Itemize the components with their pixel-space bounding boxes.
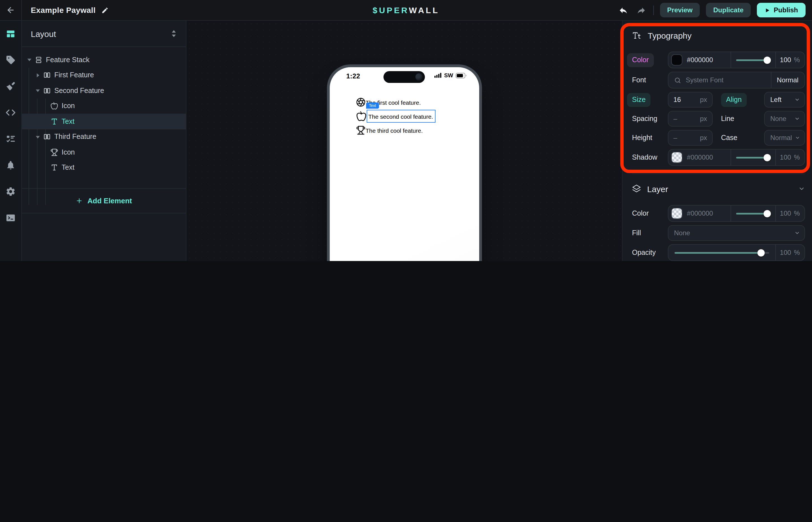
spacing-label: Spacing: [632, 115, 668, 123]
typography-color-percent-field[interactable]: 100 %: [775, 52, 804, 68]
layer-color-hex-field[interactable]: #000000: [668, 205, 730, 221]
duplicate-button[interactable]: Duplicate: [706, 3, 751, 17]
tag-icon[interactable]: [6, 55, 16, 65]
status-time: 1:22: [346, 72, 360, 80]
letter-spacing-input[interactable]: – px: [668, 111, 713, 126]
fill-dropdown[interactable]: None: [668, 225, 805, 241]
tree-item-text[interactable]: Text: [22, 160, 186, 175]
chevron-down-icon: [795, 135, 800, 141]
publish-button[interactable]: Publish: [757, 3, 805, 17]
font-size-input[interactable]: 16 px: [668, 92, 713, 107]
back-button[interactable]: [0, 0, 22, 20]
tree-item-text-selected[interactable]: Text: [22, 114, 186, 129]
collapse-section-icon[interactable]: [798, 185, 805, 192]
trophy-icon: [356, 125, 366, 135]
typography-color-opacity-slider[interactable]: [736, 56, 770, 64]
layers-icon: [632, 184, 641, 193]
chevron-down-icon: [794, 97, 800, 102]
tree-item-icon[interactable]: Icon: [22, 98, 186, 114]
checklist-icon[interactable]: [6, 134, 16, 144]
shadow-opacity-slider[interactable]: [736, 154, 770, 161]
layer-color-percent-field[interactable]: 100 %: [775, 205, 804, 221]
shadow-hex-field[interactable]: #000000: [668, 149, 730, 165]
columns-icon: [43, 87, 51, 95]
tree-item-icon[interactable]: Icon: [22, 144, 186, 160]
layout-icon[interactable]: [6, 28, 16, 39]
layer-tree: Feature Stack First Feature Second Featu…: [22, 47, 186, 175]
left-icon-rail: [0, 21, 22, 261]
terminal-icon[interactable]: [6, 213, 16, 223]
expand-arrow-icon[interactable]: [26, 57, 32, 62]
apple-icon: [50, 102, 58, 110]
feature-row-second-selected[interactable]: Text The second cool feature.: [356, 110, 452, 123]
case-label: Case: [713, 134, 764, 142]
expand-arrow-icon[interactable]: [35, 88, 40, 93]
trophy-icon: [50, 148, 58, 156]
layout-panel-title: Layout: [31, 29, 56, 38]
align-dropdown[interactable]: Left: [764, 92, 805, 107]
tree-item-second-feature[interactable]: Second Feature: [22, 83, 186, 98]
case-dropdown[interactable]: Normal: [764, 130, 805, 146]
font-weight-dropdown[interactable]: Normal: [771, 72, 804, 88]
transparent-swatch[interactable]: [671, 208, 682, 219]
tree-item-feature-stack[interactable]: Feature Stack: [22, 52, 186, 67]
typography-color-hex-field[interactable]: #000000: [668, 52, 730, 68]
layer-color-control: #000000 100 %: [668, 205, 805, 222]
color-swatch[interactable]: [671, 54, 682, 65]
superwall-logo: $UPERWALL: [373, 5, 439, 15]
selection-tag: Text: [366, 102, 379, 109]
inspector-panel: Typography Color #000000: [622, 21, 812, 261]
opacity-slider[interactable]: [674, 249, 769, 257]
columns-icon: [43, 133, 51, 141]
bell-icon[interactable]: [6, 160, 16, 170]
preview-button[interactable]: Preview: [660, 3, 700, 17]
feature-list: The first cool feature. Text The second …: [330, 98, 479, 135]
layer-section: Layer Color #000000: [632, 174, 805, 261]
tree-item-third-feature[interactable]: Third Feature: [22, 129, 186, 144]
phone-status-bar: 1:22 SW: [330, 67, 479, 86]
aperture-icon: [356, 98, 366, 107]
columns-icon: [43, 72, 51, 79]
signal-icon: [435, 73, 442, 78]
undo-button[interactable]: [618, 4, 629, 16]
phone-screen[interactable]: 1:22 SW The first cool feature.: [330, 67, 479, 261]
selection-outline[interactable]: Text The second cool feature.: [367, 110, 435, 123]
align-chip-label[interactable]: Align: [721, 93, 747, 107]
paywall-title: Example Paywall: [31, 6, 96, 15]
code-icon[interactable]: [6, 107, 16, 118]
transparent-swatch[interactable]: [671, 152, 682, 163]
logo-text-accent: $UPER: [373, 5, 409, 15]
layout-panel: Layout Feature Stack First Feature Secon…: [22, 21, 186, 261]
line-height-input[interactable]: – px: [668, 130, 713, 146]
gear-icon[interactable]: [6, 186, 16, 197]
add-element-button[interactable]: Add Element: [22, 188, 186, 214]
shadow-percent-field[interactable]: 100 %: [775, 149, 804, 165]
toolbar-divider: [653, 5, 654, 15]
feature-row-third[interactable]: The third cool feature.: [356, 125, 452, 135]
battery-icon: [455, 73, 466, 78]
collapse-arrow-icon[interactable]: [35, 73, 40, 78]
expand-arrow-icon[interactable]: [35, 135, 40, 139]
font-label: Font: [632, 76, 668, 84]
sort-icon[interactable]: [171, 29, 177, 38]
opacity-percent-field[interactable]: 100 %: [775, 245, 804, 260]
redo-button[interactable]: [636, 4, 647, 16]
line-label: Line: [713, 115, 764, 123]
edit-title-icon[interactable]: [101, 6, 109, 14]
typography-color-label[interactable]: Color: [627, 53, 654, 67]
dynamic-island: [383, 71, 425, 83]
phone-preview: 1:22 SW The first cool feature.: [327, 64, 482, 261]
paintbrush-icon[interactable]: [6, 81, 16, 91]
layer-color-label: Color: [632, 209, 668, 217]
line-dropdown[interactable]: None: [764, 111, 805, 126]
plus-icon: [76, 197, 83, 204]
apple-icon: [356, 111, 367, 122]
size-chip-label[interactable]: Size: [627, 93, 651, 107]
play-icon: [764, 7, 770, 13]
layer-color-opacity-slider[interactable]: [736, 209, 770, 217]
tree-item-first-feature[interactable]: First Feature: [22, 67, 186, 83]
shadow-label: Shadow: [632, 154, 668, 161]
opacity-control: 100 %: [668, 244, 805, 261]
font-search-field[interactable]: System Font Normal: [668, 72, 805, 88]
stack-icon: [35, 56, 43, 64]
